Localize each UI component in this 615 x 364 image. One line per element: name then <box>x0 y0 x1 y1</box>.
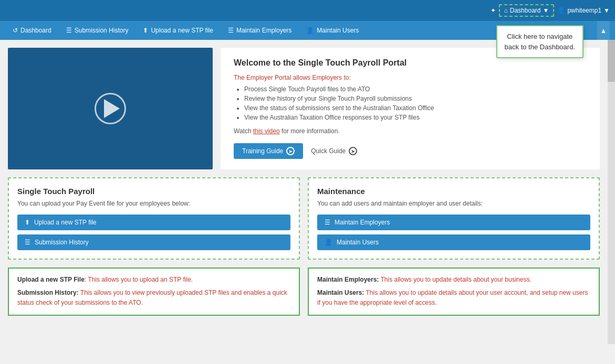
info-upload-bold: Upload a new STP File <box>17 276 85 283</box>
username-label: pwhiteemp1 <box>567 7 601 14</box>
main-content: Welcome to the Single Touch Payroll Port… <box>0 40 608 169</box>
watch-video-text: Watch this video for more information. <box>234 127 587 135</box>
maintain-users-label: Maintain Users <box>337 239 379 246</box>
training-arrow-icon: ➤ <box>286 147 295 155</box>
submission-history-button[interactable]: ☰ Submission History <box>17 234 290 250</box>
dashboard-button[interactable]: ⌂ Dashboard ▼ <box>499 4 555 17</box>
play-icon <box>104 99 120 118</box>
nav-upload-stp[interactable]: ⬆ Upload a new STP file <box>135 21 221 40</box>
maintain-employers-label: Maintain Employers <box>335 219 390 226</box>
info-box-maintenance: Maintain Employers: This allows you to u… <box>308 267 600 316</box>
user-avatar-icon: 👤 <box>557 7 565 14</box>
stp-card: Single Touch Payroll You can upload your… <box>8 177 300 260</box>
upload-stp-button[interactable]: ⬆ Upload a new STP file <box>17 215 290 230</box>
user-menu-button[interactable]: 👤 pwhiteemp1 ▼ <box>557 7 610 14</box>
dashboard-home-icon: ⌂ <box>504 7 508 14</box>
nav-history-label: Submission History <box>75 27 129 34</box>
maintenance-card: Maintenance You can add users and mainta… <box>308 177 600 260</box>
training-label: Training Guide <box>242 147 283 155</box>
training-guide-button[interactable]: Training Guide ➤ <box>234 143 303 159</box>
scrollbar[interactable] <box>608 40 615 344</box>
submission-history-icon: ☰ <box>25 239 30 246</box>
maintain-employers-button[interactable]: ☰ Maintain Employers <box>317 215 590 230</box>
welcome-section: Welcome to the Single Touch Payroll Port… <box>221 48 600 169</box>
info-history-text: Submission History: This allows you to v… <box>17 288 290 308</box>
user-arrow-icon: ▼ <box>603 7 610 14</box>
info-upload-text: Upload a new STP File: This allows you t… <box>17 275 290 285</box>
scroll-thumb[interactable] <box>608 40 615 82</box>
top-bar: ✦ ⌂ Dashboard ▼ 👤 pwhiteemp1 ▼ <box>0 0 615 21</box>
nav-upload-label: Upload a new STP file <box>151 27 213 34</box>
info-section: Upload a new STP File: This allows you t… <box>0 267 608 324</box>
settings-icon: ✦ <box>491 7 496 14</box>
maintain-users-button[interactable]: 👤 Maintain Users <box>317 234 590 250</box>
info-users-bold: Maintain Users: <box>317 289 364 296</box>
nav-employers-label: Maintain Employers <box>236 27 291 34</box>
welcome-title: Welcome to the Single Touch Payroll Port… <box>234 58 587 68</box>
nav-history-icon: ☰ <box>66 27 72 34</box>
nav-scroll-right[interactable]: ▲ <box>597 21 610 40</box>
nav-maintain-employers[interactable]: ☰ Maintain Employers <box>221 21 299 40</box>
nav-submission-history[interactable]: ☰ Submission History <box>59 21 136 40</box>
feature-item-2: Review the history of your Single Touch … <box>244 95 587 102</box>
info-history-bold: Submission History: <box>17 289 79 296</box>
nav-dashboard-label: Dashboard <box>20 27 51 34</box>
info-employers-text: Maintain Employers: This allows you to u… <box>317 275 590 285</box>
nav-users-icon: 👤 <box>306 27 314 34</box>
dashboard-arrow-icon: ▼ <box>543 7 549 14</box>
upload-stp-icon: ⬆ <box>25 219 30 226</box>
nav-dashboard[interactable]: ↺ Dashboard <box>5 21 59 40</box>
quick-label: Quick Guide <box>311 147 346 155</box>
watch-video-link[interactable]: this video <box>253 127 280 135</box>
nav-maintain-users[interactable]: 👤 Maintain Users <box>299 21 366 40</box>
info-users-text: Maintain Users: This allows you to updat… <box>317 288 590 308</box>
maintain-users-icon: 👤 <box>325 239 332 246</box>
cards-section: Single Touch Payroll You can upload your… <box>0 169 608 267</box>
nav-upload-icon: ⬆ <box>143 27 148 34</box>
quick-guide-button[interactable]: Quick Guide ➤ <box>311 143 357 159</box>
settings-button[interactable]: ✦ <box>491 7 496 14</box>
feature-item-3: View the status of submissions sent to t… <box>244 104 587 112</box>
info-employers-bold: Maintain Employers: <box>317 276 379 283</box>
dashboard-tooltip: Click here to navigateback to the Dashbo… <box>496 25 583 58</box>
info-employers-desc: This allows you to update details about … <box>379 276 531 283</box>
nav-employers-icon: ☰ <box>228 27 234 34</box>
info-box-stp: Upload a new STP File: This allows you t… <box>8 267 300 316</box>
maintenance-card-title: Maintenance <box>317 187 590 196</box>
upload-stp-label: Upload a new STP file <box>34 219 97 226</box>
submission-history-label: Submission History <box>35 239 89 246</box>
guide-buttons: Training Guide ➤ Quick Guide ➤ <box>234 143 587 159</box>
feature-item-1: Process Single Touch Payroll files to th… <box>244 85 587 93</box>
maintain-employers-icon: ☰ <box>325 219 330 226</box>
nav-dashboard-icon: ↺ <box>13 27 18 34</box>
feature-item-4: View the Australian Taxation Office resp… <box>244 114 587 121</box>
portal-allows-label: The Employer Portal allows Employers to: <box>234 74 587 81</box>
maintenance-card-desc: You can add users and maintain employer … <box>317 200 590 207</box>
feature-list: Process Single Touch Payroll files to th… <box>234 85 587 121</box>
tooltip-text: Click here to navigateback to the Dashbo… <box>505 33 575 51</box>
quick-arrow-icon: ➤ <box>349 147 357 155</box>
stp-card-title: Single Touch Payroll <box>17 187 290 196</box>
video-player[interactable] <box>8 48 213 169</box>
play-button[interactable] <box>95 93 126 124</box>
nav-users-label: Maintain Users <box>317 27 359 34</box>
stp-card-desc: You can upload your Pay Event file for y… <box>17 200 290 207</box>
info-upload-desc: : This allows you to upload an STP file. <box>85 276 193 283</box>
dashboard-label: Dashboard <box>510 7 541 14</box>
